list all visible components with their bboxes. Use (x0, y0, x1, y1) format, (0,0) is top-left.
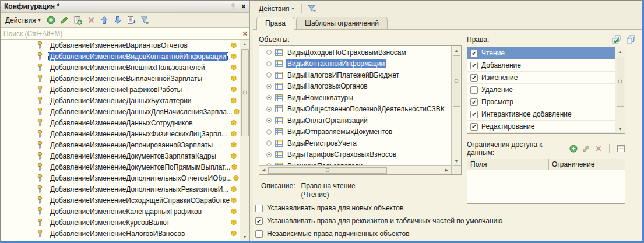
expand-icon[interactable] (266, 152, 272, 157)
checkbox[interactable] (470, 62, 478, 69)
object-tree-item[interactable]: ВидыКонтактнойИнформации (259, 58, 451, 70)
role-list-item[interactable]: ДобавлениеИзменениеГрафиковРаботы (1, 84, 240, 95)
delete-icon[interactable] (595, 145, 602, 152)
right-item[interactable]: Удаление (467, 84, 615, 96)
scroll-thumb[interactable] (453, 55, 460, 107)
add-icon[interactable] (45, 15, 57, 26)
edit-icon[interactable] (59, 15, 70, 26)
object-tree-item[interactable]: ВидыНоменклатуры (259, 92, 451, 104)
expand-icon[interactable] (266, 95, 272, 100)
checkbox[interactable] (255, 230, 263, 238)
expand-icon[interactable] (266, 50, 272, 55)
scroll-down-icon[interactable]: ▼ (452, 157, 461, 165)
scroll-thumb[interactable] (241, 49, 249, 136)
scroll-left-icon[interactable]: ◀ (259, 166, 268, 174)
list-settings-icon[interactable] (126, 15, 137, 26)
role-list-item[interactable]: ДобавлениеИзменениеВариантовОтчетов (1, 40, 240, 51)
tab[interactable]: Шаблоны ограничений (296, 17, 388, 29)
scroll-down-icon[interactable]: ▼ (240, 233, 249, 241)
search-input[interactable] (1, 28, 238, 39)
checkbox[interactable] (255, 205, 263, 212)
copy-add-icon[interactable] (72, 15, 83, 26)
checkbox[interactable] (255, 217, 263, 225)
right-item[interactable]: Изменение (467, 72, 615, 84)
left-list-scrollbar[interactable]: ▲ ▼ (240, 40, 249, 241)
uncheck-all-icon[interactable] (626, 35, 636, 44)
checkbox[interactable] (470, 86, 478, 94)
role-list-item[interactable]: ДобавлениеИзменениеКурсовВалют (1, 217, 240, 228)
objects-scrollbar[interactable]: ▲ ▼ (451, 46, 461, 165)
scroll-right-icon[interactable]: ▶ (442, 166, 451, 174)
checkbox[interactable] (470, 50, 478, 57)
right-item[interactable]: Интерактивное добавление (467, 108, 615, 121)
role-list-item[interactable]: ДобавлениеИзменениеКалендарныхГрафиков (1, 206, 240, 217)
scroll-up-icon[interactable]: ▲ (452, 46, 461, 55)
pin-icon[interactable] (231, 3, 235, 9)
role-list-item[interactable]: ДобавлениеИзменениеДепонированнойЗарплат… (1, 139, 240, 150)
object-tree-item[interactable]: ВнешниеПользователи (259, 160, 451, 165)
expand-icon[interactable] (266, 84, 272, 89)
expand-icon[interactable] (266, 61, 272, 66)
scroll-up-icon[interactable]: ▲ (615, 47, 625, 56)
scroll-down-icon[interactable]: ▼ (615, 125, 625, 133)
expand-icon[interactable] (266, 107, 272, 112)
checkbox[interactable] (470, 98, 478, 106)
tab[interactable]: Права (256, 17, 294, 30)
right-item[interactable]: Просмотр (467, 96, 615, 108)
object-tree-item[interactable]: ВидыОбщественноПолезнойДеятельностиСЗВК (259, 104, 451, 115)
expand-icon[interactable] (266, 72, 272, 78)
right-item[interactable]: Добавление (467, 59, 615, 72)
right-item[interactable]: Редактирование (467, 121, 615, 133)
expand-icon[interactable] (266, 140, 272, 146)
object-tree-item[interactable]: ВидыНалоговыхОрганов (259, 81, 451, 93)
right-item[interactable]: Чтение (467, 47, 615, 59)
checkbox[interactable] (470, 123, 478, 131)
delete-icon[interactable] (86, 15, 97, 26)
object-tree-item[interactable]: ВидыТарифовСтраховыхВзносов (259, 149, 451, 161)
role-list-item[interactable]: ДобавлениеИзменениеВыплаченнойЗарплаты (1, 73, 240, 84)
checkbox[interactable] (470, 111, 478, 118)
scroll-thumb[interactable] (617, 57, 624, 107)
object-tree-item[interactable]: ВидыОплатОрганизаций (259, 115, 451, 126)
role-list-item[interactable]: ДобавлениеИзменениеДанныхСотрудников (1, 117, 240, 128)
role-list-item[interactable]: ДобавлениеИзменениеДанныхБухгалтерии (1, 95, 240, 106)
close-icon[interactable]: × (241, 2, 246, 10)
add-icon[interactable] (569, 145, 578, 153)
role-list-item[interactable]: ДобавлениеИзменениеДанныхДляНачисленияЗа… (1, 106, 240, 117)
option-checkbox-row[interactable]: Устанавливать права для реквизитов и таб… (255, 217, 502, 225)
object-tree-item[interactable]: ВидыДоходовПоСтраховымВзносам (259, 47, 451, 58)
rights-scrollbar[interactable]: ▲ ▼ (615, 47, 625, 133)
expand-icon[interactable] (266, 129, 272, 135)
object-tree-item[interactable]: ВидыОтправляемыхДокументов (259, 126, 451, 138)
filter-icon[interactable] (139, 15, 150, 26)
template-icon[interactable] (617, 145, 625, 153)
role-list-item[interactable]: ДобавлениеИзменениеДокументовПоПрямымВып… (1, 161, 240, 172)
role-list-item[interactable]: ДобавлениеИзменениеВидовКонтактнойИнформ… (1, 51, 240, 62)
move-up-icon[interactable] (99, 15, 110, 26)
role-list-item[interactable]: ДобавлениеИзменениеДополнительныхОтчетов… (1, 172, 240, 184)
role-list-item[interactable]: ДобавлениеИзменениеДополнительныхРеквизи… (1, 184, 240, 195)
objects-hscrollbar[interactable]: ◀ ▶ (259, 165, 451, 174)
actions-menu-button[interactable]: Действия ▾ (256, 3, 297, 14)
check-all-icon[interactable] (611, 35, 621, 44)
scroll-up-icon[interactable]: ▲ (240, 40, 249, 48)
move-down-icon[interactable] (112, 15, 124, 26)
checkbox[interactable] (470, 74, 478, 82)
object-tree-item[interactable]: ВидыРегистровУчета (259, 138, 451, 149)
option-checkbox-row[interactable]: Независимые права подчиненных объектов (255, 230, 502, 238)
object-tree-item[interactable]: ВидыНалоговИПлатежейВБюджет (259, 69, 451, 81)
restrictions-table-body[interactable] (467, 170, 625, 203)
role-list-item[interactable]: ДобавлениеИзменениеДокументовЗарплатаКад… (1, 150, 240, 161)
role-list-item[interactable]: ДобавлениеИзменение (1, 239, 240, 241)
role-list-item[interactable]: ДобавлениеИзменениеИсходящейСправкиОЗара… (1, 195, 240, 206)
role-list-item[interactable]: ДобавлениеИзменениеВнешнихПользователей (1, 62, 240, 73)
clear-search-icon[interactable]: × (242, 29, 247, 38)
filter-icon[interactable] (307, 3, 318, 14)
scroll-thumb[interactable] (268, 167, 387, 174)
expand-icon[interactable] (266, 118, 272, 123)
role-list-item[interactable]: ДобавлениеИзменениеДанныхФизическихЛицЗа… (1, 128, 240, 139)
role-list-item[interactable]: ДобавлениеИзменениеНалоговИВзносов (1, 228, 240, 239)
option-checkbox-row[interactable]: Устанавливать права для новых объектов (255, 204, 502, 212)
edit-icon[interactable] (582, 145, 590, 153)
actions-menu-button[interactable]: Действия ▾ (3, 15, 43, 26)
